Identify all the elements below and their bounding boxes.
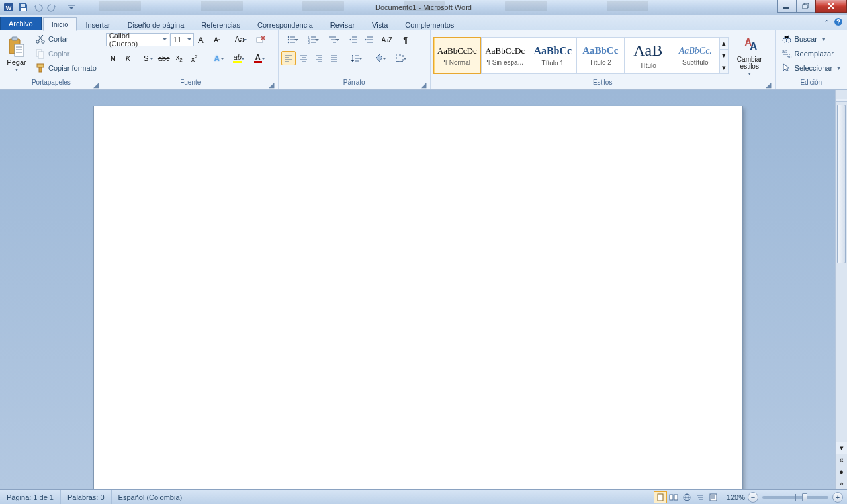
style-name-label: ¶ Sin espa...: [487, 59, 523, 66]
zoom-in-button[interactable]: +: [832, 492, 843, 503]
scroll-down-icon[interactable]: ▾: [836, 442, 847, 454]
styles-launcher-icon[interactable]: ◢: [766, 81, 774, 89]
view-full-reading-icon[interactable]: [667, 491, 680, 503]
browse-object-icon[interactable]: ●: [836, 466, 847, 478]
change-case-button[interactable]: Aa: [230, 32, 249, 47]
sort-button[interactable]: A↓Z: [380, 32, 394, 47]
restore-button[interactable]: [796, 0, 816, 13]
font-color-button[interactable]: A: [248, 51, 268, 65]
style-t-tulo[interactable]: AaBTítulo: [624, 37, 672, 74]
zoom-out-button[interactable]: −: [748, 492, 758, 503]
style-t-tulo-1[interactable]: AaBbCcTítulo 1: [529, 37, 576, 74]
multilevel-list-button[interactable]: [322, 32, 342, 47]
cut-button[interactable]: Cortar: [32, 32, 100, 46]
split-box[interactable]: [835, 90, 847, 99]
font-size-combo[interactable]: 11: [170, 33, 194, 46]
style-subt-tulo[interactable]: AaBbCc.Subtítulo: [672, 37, 719, 74]
tab-referencias[interactable]: Referencias: [193, 18, 249, 31]
italic-button[interactable]: K: [121, 51, 136, 65]
style-t-tulo-2[interactable]: AaBbCcTítulo 2: [576, 37, 624, 74]
word-app-icon[interactable]: W: [2, 1, 15, 13]
tab-diseno-pagina[interactable]: Diseño de página: [119, 18, 193, 31]
page[interactable]: [94, 106, 742, 489]
close-button[interactable]: [815, 0, 847, 13]
svg-rect-4: [68, 5, 75, 6]
increase-indent-button[interactable]: [361, 32, 376, 47]
save-icon[interactable]: [17, 1, 30, 13]
style---sin-espa---[interactable]: AaBbCcDc¶ Sin espa...: [481, 37, 529, 74]
zoom-level[interactable]: 120%: [727, 493, 745, 501]
svg-point-25: [288, 42, 289, 43]
tab-vista[interactable]: Vista: [363, 18, 396, 31]
replace-button[interactable]: abacReemplazar: [778, 47, 844, 60]
numbering-button[interactable]: 123: [302, 32, 322, 47]
grow-font-button[interactable]: Aˆ: [195, 32, 209, 47]
select-button[interactable]: Seleccionar▼: [778, 62, 844, 75]
status-language[interactable]: Español (Colombia): [112, 490, 190, 504]
tab-correspondencia[interactable]: Correspondencia: [249, 18, 322, 31]
change-styles-button[interactable]: AA Cambiar estilos ▼: [733, 34, 767, 77]
copy-button[interactable]: Copiar: [32, 47, 100, 60]
tab-revisar[interactable]: Revisar: [322, 18, 363, 31]
borders-button[interactable]: [390, 51, 410, 65]
tab-inicio[interactable]: Inicio: [43, 17, 77, 31]
show-marks-button[interactable]: ¶: [398, 32, 413, 47]
align-left-button[interactable]: [281, 51, 296, 65]
undo-icon[interactable]: [31, 1, 44, 13]
scissors-icon: [35, 34, 46, 44]
font-name-combo[interactable]: Calibri (Cuerpo): [106, 33, 169, 46]
bullets-button[interactable]: [281, 32, 301, 47]
view-draft-icon[interactable]: [707, 491, 720, 503]
svg-rect-3: [21, 8, 26, 11]
next-page-icon[interactable]: »: [836, 478, 847, 489]
format-painter-button[interactable]: Copiar formato: [32, 62, 100, 75]
find-button[interactable]: Buscar▼: [778, 32, 844, 46]
status-page[interactable]: Página: 1 de 1: [0, 490, 61, 504]
bold-button[interactable]: N: [106, 51, 120, 65]
shrink-font-button[interactable]: Aˇ: [210, 32, 224, 47]
minimize-button[interactable]: [777, 0, 797, 13]
zoom-slider-thumb[interactable]: [802, 493, 807, 501]
tab-insertar[interactable]: Insertar: [77, 18, 118, 31]
status-words[interactable]: Palabras: 0: [61, 490, 112, 504]
paragraph-launcher-icon[interactable]: ◢: [421, 81, 429, 89]
vertical-scrollbar[interactable]: ▴ ▾ « ● »: [835, 90, 847, 489]
align-center-button[interactable]: [296, 51, 311, 65]
redo-icon[interactable]: [46, 1, 59, 13]
clipboard-launcher-icon[interactable]: ◢: [93, 81, 101, 89]
text-effects-button[interactable]: A: [207, 51, 227, 65]
underline-glyph: S: [144, 54, 148, 62]
document-area[interactable]: [0, 90, 847, 489]
decrease-indent-button[interactable]: [346, 32, 361, 47]
clear-formatting-button[interactable]: [253, 32, 268, 47]
view-web-icon[interactable]: [680, 491, 693, 503]
subscript-button[interactable]: x2: [172, 51, 187, 65]
align-right-button[interactable]: [312, 51, 326, 65]
font-launcher-icon[interactable]: ◢: [269, 81, 277, 89]
paste-label: Pegar: [7, 59, 26, 66]
file-tab[interactable]: Archivo: [0, 17, 42, 30]
superscript-button[interactable]: x2: [187, 51, 202, 65]
minimize-ribbon-icon[interactable]: ⌃: [824, 19, 830, 27]
line-spacing-button[interactable]: [345, 51, 365, 65]
scroll-thumb[interactable]: [837, 105, 846, 263]
shading-button[interactable]: [369, 51, 389, 65]
justify-button[interactable]: [327, 51, 341, 65]
paste-button[interactable]: Pegar ▼: [3, 32, 30, 76]
style---normal[interactable]: AaBbCcDc¶ Normal: [433, 37, 481, 74]
customize-qat-icon[interactable]: [65, 1, 78, 13]
gallery-up-icon[interactable]: ▴: [720, 38, 728, 50]
underline-button[interactable]: S: [136, 51, 156, 65]
font-size-value: 11: [173, 36, 181, 44]
highlight-button[interactable]: ab: [228, 51, 247, 65]
gallery-down-icon[interactable]: ▾: [720, 50, 728, 62]
view-print-layout-icon[interactable]: [654, 491, 667, 503]
view-outline-icon[interactable]: [693, 491, 707, 503]
zoom-center-tick: [795, 494, 796, 501]
help-icon[interactable]: ?: [834, 17, 843, 28]
tab-complementos[interactable]: Complementos: [396, 18, 463, 31]
zoom-slider[interactable]: [762, 496, 828, 499]
gallery-more-icon[interactable]: ▾: [720, 62, 728, 73]
strikethrough-button[interactable]: abc: [157, 51, 171, 65]
prev-page-icon[interactable]: «: [836, 454, 847, 466]
